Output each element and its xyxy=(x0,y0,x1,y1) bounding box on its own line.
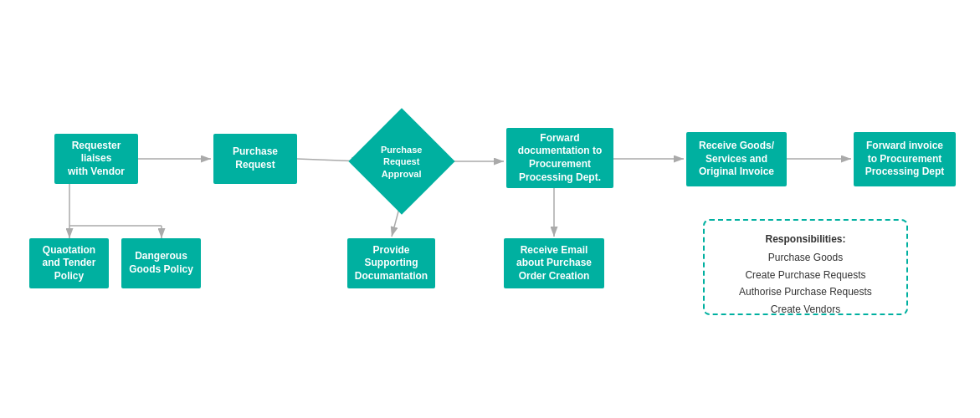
node-provide-supporting: Provide Supporting Documantation xyxy=(347,238,435,288)
node-forward-invoice: Forward invoice to Procurement Processin… xyxy=(854,132,956,186)
node-purchase-request: Purchase Request xyxy=(213,134,297,184)
node-forward-documentation: Forward documentation to Procurement Pro… xyxy=(506,128,613,188)
node-receive-goods: Receive Goods/ Services and Original Inv… xyxy=(686,132,787,186)
responsibilities-box: Responsibilities: Purchase Goods Create … xyxy=(703,219,908,315)
node-receive-email: Receive Email about Purchase Order Creat… xyxy=(504,238,604,288)
responsibility-item-4: Create Vendors xyxy=(718,301,893,318)
responsibilities-title: Responsibilities: xyxy=(718,231,893,247)
node-requester: Requester liaises with Vendor xyxy=(54,134,138,184)
node-dangerous-goods: Dangerous Goods Policy xyxy=(121,238,201,288)
node-purchase-approval: Purchase Request Approval xyxy=(364,124,439,199)
responsibility-item-2: Create Purchase Requests xyxy=(718,267,893,283)
responsibility-item-3: Authorise Purchase Requests xyxy=(718,283,893,300)
responsibility-item-1: Purchase Goods xyxy=(718,249,893,266)
diagram-container: Requester liaises with Vendor Purchase R… xyxy=(0,0,980,418)
node-quotation: Quaotation and Tender Policy xyxy=(29,238,109,288)
arrows-svg xyxy=(0,0,980,418)
